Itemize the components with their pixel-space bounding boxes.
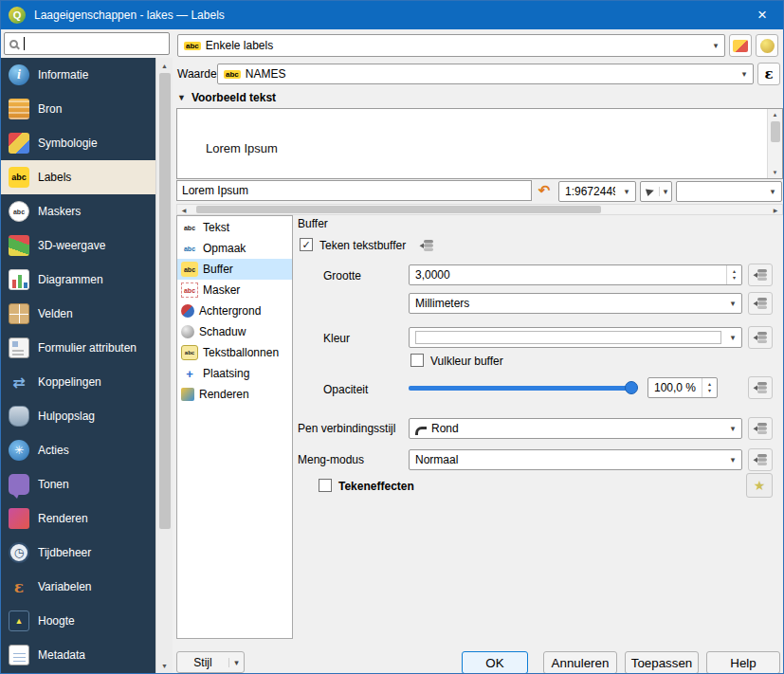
search-input[interactable] <box>4 32 170 55</box>
sidebar-item-renderen[interactable]: Renderen <box>1 501 155 536</box>
sidebar-item-bron[interactable]: Bron <box>1 92 155 126</box>
style-menu-button[interactable]: Stijl ▾ <box>176 651 245 673</box>
scrollbar-track[interactable] <box>156 72 173 659</box>
sidebar-item-symbologie[interactable]: Symbologie <box>1 126 155 160</box>
draw-text-buffer-label[interactable]: Teken tekstbuffer <box>319 239 406 252</box>
scrollbar-thumb[interactable] <box>159 73 171 529</box>
opacity-value: 100,0 % <box>648 381 702 394</box>
sidebar-item-diagrammen[interactable]: Diagrammen <box>1 263 155 297</box>
actions-icon: ✳ <box>9 440 29 461</box>
sidebar-item-hoogte[interactable]: ▲Hoogte <box>1 604 155 638</box>
tab-masker[interactable]: abcMasker <box>177 280 292 301</box>
buffer-size-spinbox[interactable]: 3,0000 ▴▾ <box>409 264 742 285</box>
chevron-down-icon[interactable]: ▾ <box>659 187 671 196</box>
cancel-button[interactable]: Annuleren <box>543 651 617 674</box>
sidebar-item-variabelen[interactable]: εVariabelen <box>1 570 155 604</box>
close-icon[interactable]: × <box>741 1 783 29</box>
set-scale-from-map-button[interactable]: ▾ <box>640 181 672 202</box>
scrollbar-thumb[interactable] <box>196 206 601 213</box>
sidebar-item-formulier-attributen[interactable]: Formulier attributen <box>1 331 155 365</box>
preview-text-input[interactable] <box>176 180 532 201</box>
scroll-down-icon[interactable]: ▼ <box>773 167 778 178</box>
size-label: Grootte <box>323 269 361 282</box>
tab-tekstballonnen[interactable]: abcTekstballonnen <box>177 342 292 363</box>
automated-placement-button[interactable] <box>756 34 778 57</box>
sidebar-item-hulpopslag[interactable]: Hulpopslag <box>1 399 155 433</box>
data-defined-override-button[interactable] <box>748 448 773 471</box>
preview-vertical-scrollbar[interactable]: ▲ ▼ <box>767 109 782 178</box>
sidebar-item-label: 3D-weergave <box>38 239 105 252</box>
tab-buffer[interactable]: abcBuffer <box>177 259 292 280</box>
scroll-up-icon[interactable]: ▲ <box>156 59 173 72</box>
sidebar-item-label: Informatie <box>38 68 88 82</box>
buffer-color-combobox[interactable]: ▾ <box>409 327 742 348</box>
scroll-down-icon[interactable]: ▼ <box>156 659 173 672</box>
draw-effects-label[interactable]: Tekeneffecten <box>338 480 414 493</box>
data-defined-override-button[interactable] <box>414 234 439 257</box>
sidebar-item-tijdbeheer[interactable]: ◷Tijdbeheer <box>1 536 155 570</box>
tab-schaduw[interactable]: Schaduw <box>177 321 292 342</box>
map-cursor-icon <box>646 187 655 196</box>
fill-buffer-label[interactable]: Vulkleur buffer <box>430 355 503 368</box>
spin-down-icon[interactable]: ▾ <box>733 275 736 282</box>
sidebar-item-acties[interactable]: ✳Acties <box>1 433 155 467</box>
apply-button[interactable]: Toepassen <box>625 651 699 674</box>
opacity-spinbox[interactable]: 100,0 % ▴▾ <box>647 377 718 398</box>
spin-down-icon[interactable]: ▾ <box>708 388 711 394</box>
pen-join-combobox[interactable]: Rond ▾ <box>409 418 742 439</box>
sidebar-item-informatie[interactable]: iInformatie <box>1 58 155 92</box>
ok-button[interactable]: OK <box>462 651 528 674</box>
sidebar-item-labels[interactable]: abcLabels <box>1 160 155 194</box>
spin-up-icon[interactable]: ▴ <box>733 268 736 275</box>
sidebar-item-koppelingen[interactable]: ⇄Koppelingen <box>1 365 155 399</box>
data-defined-override-button[interactable] <box>748 292 773 315</box>
scroll-right-icon[interactable]: ▶ <box>769 207 782 213</box>
slider-track[interactable] <box>409 386 634 391</box>
slider-handle[interactable] <box>625 381 638 394</box>
reset-preview-button[interactable]: ↶ <box>534 180 555 201</box>
help-button[interactable]: Help <box>706 651 780 674</box>
sidebar-item-metadata[interactable]: Metadata <box>1 638 155 672</box>
preview-scale-combobox[interactable]: 1:9672449 ▾ <box>558 181 636 202</box>
sidebar-item-tonen[interactable]: Tonen <box>1 467 155 501</box>
value-field-combobox[interactable]: abc NAMES ▾ <box>217 64 754 84</box>
content-horizontal-scrollbar[interactable]: ◀ ▶ <box>176 204 783 215</box>
scrollbar-track[interactable] <box>191 205 769 214</box>
fill-buffer-checkbox[interactable] <box>410 354 424 367</box>
scrollbar-track[interactable] <box>768 120 782 167</box>
abc-field-icon: abc <box>224 70 241 79</box>
data-defined-override-button[interactable] <box>748 417 773 440</box>
data-defined-override-button[interactable] <box>748 264 773 286</box>
sidebar-item-velden[interactable]: Velden <box>1 297 155 331</box>
labeling-rules-button[interactable] <box>729 34 752 57</box>
sidebar-item-3d-weergave[interactable]: 3D-weergave <box>1 228 155 263</box>
tab-label: Tekstballonnen <box>203 346 279 359</box>
buffer-size-value: 3,0000 <box>410 268 726 282</box>
sidebar-item-maskers[interactable]: abcMaskers <box>1 194 155 228</box>
tab-renderen[interactable]: Renderen <box>177 384 292 405</box>
spinbox-arrows[interactable]: ▴▾ <box>702 378 717 397</box>
preview-background-combobox[interactable]: ▾ <box>676 181 782 202</box>
blend-mode-combobox[interactable]: Normaal ▾ <box>409 449 742 470</box>
scroll-up-icon[interactable]: ▲ <box>773 109 778 120</box>
expression-builder-button[interactable]: ε <box>757 63 780 85</box>
rendering-tab-icon <box>181 388 194 401</box>
spin-up-icon[interactable]: ▴ <box>708 381 711 388</box>
scroll-left-icon[interactable]: ◀ <box>177 207 191 213</box>
draw-text-buffer-checkbox[interactable]: ✓ <box>300 238 313 251</box>
buffer-unit-combobox[interactable]: Millimeters ▾ <box>409 293 742 314</box>
draw-effects-checkbox[interactable] <box>319 479 332 492</box>
data-defined-override-button[interactable] <box>748 326 773 349</box>
tab-tekst[interactable]: abcTekst <box>177 217 292 238</box>
label-mode-combobox[interactable]: abc Enkele labels ▾ <box>177 34 725 57</box>
customize-effects-button[interactable]: ★ <box>746 473 773 498</box>
opacity-slider[interactable] <box>409 380 638 395</box>
tab-opmaak[interactable]: abcOpmaak <box>177 238 292 259</box>
data-defined-override-button[interactable] <box>748 376 773 399</box>
tab-plaatsing[interactable]: +Plaatsing <box>177 363 292 384</box>
preview-section-header[interactable]: ▼ Voorbeeld tekst <box>177 91 276 104</box>
scrollbar-thumb[interactable] <box>771 121 780 142</box>
tab-achtergrond[interactable]: Achtergrond <box>177 301 292 321</box>
spinbox-arrows[interactable]: ▴▾ <box>726 265 741 284</box>
sidebar-scrollbar[interactable]: ▲ ▼ <box>155 58 173 673</box>
